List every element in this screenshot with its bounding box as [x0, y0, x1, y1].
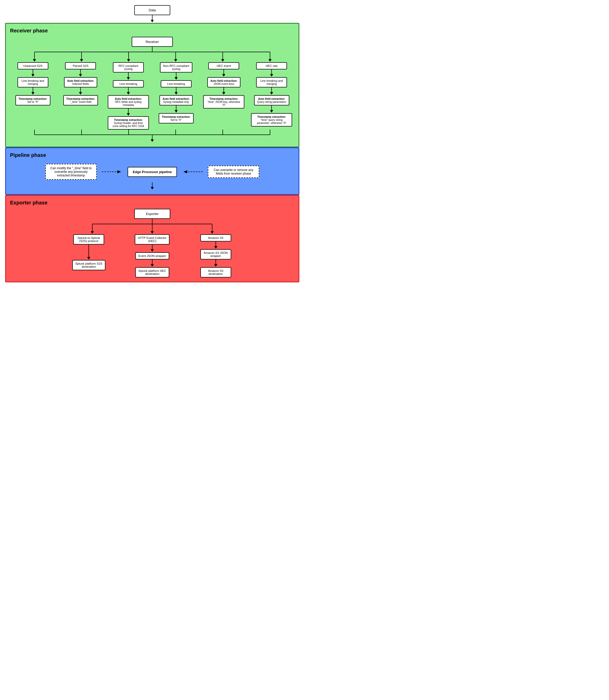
- amazon-s3-box: Amazon S3: [201, 234, 231, 242]
- exp-col-s2s: Splunk-to-Splunk(S2S) protocol Splunk pl…: [62, 234, 116, 278]
- splunk-s2s-dest-box: Splunk platform S2Sdestination: [72, 260, 105, 270]
- exporter-inner: Exporter Splunk-to-Splunk(S2S) prot: [10, 209, 294, 278]
- receiver-box: Receiver: [132, 37, 173, 47]
- svg-marker-9: [127, 59, 130, 62]
- svg-marker-66: [151, 231, 154, 234]
- data-to-receiver-arrow: [150, 15, 155, 23]
- timestamp-syslog-box: Timestamp extraction:Syslog header, and …: [108, 116, 149, 129]
- line-breaking-3-box: Line breaking: [113, 80, 144, 87]
- svg-marker-56: [117, 170, 121, 173]
- svg-marker-15: [268, 59, 272, 62]
- unparsed-s2s-box: Unparsed S2S: [17, 62, 48, 69]
- data-box: Data: [134, 5, 170, 15]
- svg-marker-43: [270, 92, 273, 95]
- col-parsed-s2s: Parsed S2S Auto field extraction:Indexed…: [58, 62, 104, 129]
- exp-col-s3: Amazon S3 Amazon S3 JSONwrapper Amazon S…: [189, 234, 242, 278]
- diagram: Data Receiver phase Receiver: [0, 0, 304, 287]
- svg-marker-74: [151, 264, 154, 267]
- pipeline-phase: Pipeline phase Can modify the "_time" fi…: [5, 147, 299, 195]
- svg-marker-37: [222, 74, 225, 77]
- svg-marker-11: [174, 59, 177, 62]
- svg-marker-23: [79, 92, 82, 95]
- svg-marker-29: [127, 113, 130, 116]
- line-breaking-4-box: Line breaking: [161, 80, 192, 87]
- pipeline-left-note: Can modify the "_time" field to overwrit…: [45, 164, 97, 180]
- svg-marker-5: [33, 59, 36, 62]
- merge-to-pipeline-svg: [11, 129, 294, 142]
- auto-field-query-box: Auto field extraction:Query string param…: [254, 95, 289, 105]
- svg-marker-33: [175, 92, 178, 95]
- exporter-phase-label: Exporter phase: [10, 200, 294, 206]
- svg-marker-13: [221, 59, 224, 62]
- exp-col-hec: HTTP Event Collector(HEC) Event JSON wra…: [126, 234, 179, 278]
- timestamp-time-event-box: Timestamp extraction:"_time" event field: [63, 95, 98, 105]
- non-rfc-syslog-box: Non-RFC-compliantsyslog: [160, 62, 192, 72]
- svg-marker-1: [151, 20, 154, 22]
- exporter-branch-svg: [62, 219, 242, 234]
- auto-field-syslog-only-box: Auto field extraction:Syslog metadata on…: [159, 95, 193, 105]
- top-data-node: Data: [134, 5, 170, 15]
- svg-marker-58: [184, 170, 187, 173]
- col-hec-event: HEC event Auto field extraction:JSON eve…: [201, 62, 247, 129]
- svg-marker-35: [175, 110, 178, 112]
- line-breaking-merging-1-box: Line breaking andmerging: [17, 77, 48, 87]
- auto-field-rfc-box: Auto field extraction:RFC fields and sys…: [108, 95, 149, 108]
- pipeline-right-note: Can overwrite or remove any fields from …: [208, 165, 259, 178]
- svg-marker-76: [214, 246, 217, 249]
- svg-marker-64: [91, 231, 94, 234]
- pipeline-phase-label: Pipeline phase: [10, 152, 294, 158]
- rfc-syslog-box: RFC-compliantsyslog: [113, 62, 144, 72]
- svg-marker-72: [151, 249, 154, 252]
- line-breaking-merging-6-box: Line breaking andmerging: [256, 77, 287, 87]
- exporter-columns: Splunk-to-Splunk(S2S) protocol Splunk pl…: [62, 234, 242, 278]
- svg-marker-70: [87, 257, 90, 260]
- timestamp-0-4-box: Timestamp extraction:Set to "0": [159, 113, 194, 123]
- left-dashed-arrow: [102, 168, 122, 176]
- exporter-box: Exporter: [134, 209, 170, 219]
- s2s-protocol-box: Splunk-to-Splunk(S2S) protocol: [73, 234, 104, 245]
- svg-marker-7: [80, 59, 83, 62]
- svg-marker-60: [151, 187, 154, 190]
- receiver-phase-label: Receiver phase: [10, 28, 294, 34]
- svg-marker-45: [270, 110, 273, 112]
- pipeline-to-exporter-arrow: [150, 182, 155, 190]
- receiver-branch-svg: [11, 47, 294, 62]
- right-dashed-arrow: [182, 168, 203, 176]
- amazon-s3-json-wrapper-box: Amazon S3 JSONwrapper: [201, 249, 231, 260]
- splunk-hec-dest-box: Splunk platform HECdestination: [135, 267, 169, 278]
- svg-marker-17: [31, 74, 34, 77]
- exporter-phase: Exporter phase Exporter: [5, 195, 299, 282]
- timestamp-time-json-box: Timestamp extraction:"time" JSON key, ot…: [203, 95, 244, 108]
- hec-raw-box: HEC raw: [256, 62, 287, 69]
- col-rfc-syslog: RFC-compliantsyslog Line breaking Auto f…: [105, 62, 151, 129]
- receiver-phase: Receiver phase Receiver: [5, 23, 299, 147]
- parsed-s2s-box: Parsed S2S: [65, 62, 96, 69]
- timestamp-time-query-box: Timestamp extraction:"time" query string…: [251, 113, 292, 126]
- receiver-columns: Unparsed S2S Line breaking andmerging Ti…: [10, 62, 294, 129]
- hec-box: HTTP Event Collector(HEC): [135, 234, 170, 245]
- auto-field-json-box: Auto field extraction:JSON event keys: [207, 77, 241, 87]
- svg-marker-68: [211, 231, 214, 234]
- hec-event-box: HEC event: [208, 62, 239, 69]
- svg-marker-78: [214, 264, 217, 267]
- svg-marker-39: [222, 92, 225, 95]
- svg-marker-27: [127, 92, 130, 95]
- amazon-s3-dest-box: Amazon S3destination: [201, 267, 231, 278]
- edge-processor-box: Edge Processor pipeline: [127, 167, 177, 177]
- auto-field-indexed-box: Auto field extraction:Indexed fields: [64, 77, 97, 87]
- pipeline-inner: Can modify the "_time" field to overwrit…: [10, 161, 294, 182]
- svg-marker-25: [127, 77, 130, 80]
- svg-marker-54: [151, 139, 154, 142]
- timestamp-0-1-box: Timestamp extraction:Set to "0": [15, 95, 50, 105]
- event-json-wrapper-box: Event JSON wrapper: [135, 252, 169, 260]
- col-hec-raw: HEC raw Line breaking andmerging Auto fi…: [249, 62, 294, 129]
- svg-marker-31: [175, 77, 178, 80]
- col-non-rfc-syslog: Non-RFC-compliantsyslog Line breaking Au…: [153, 62, 199, 129]
- svg-marker-19: [31, 92, 34, 95]
- receiver-inner: Receiver: [10, 37, 294, 142]
- svg-marker-41: [270, 74, 273, 77]
- svg-marker-21: [79, 74, 82, 77]
- col-unparsed-s2s: Unparsed S2S Line breaking andmerging Ti…: [10, 62, 56, 129]
